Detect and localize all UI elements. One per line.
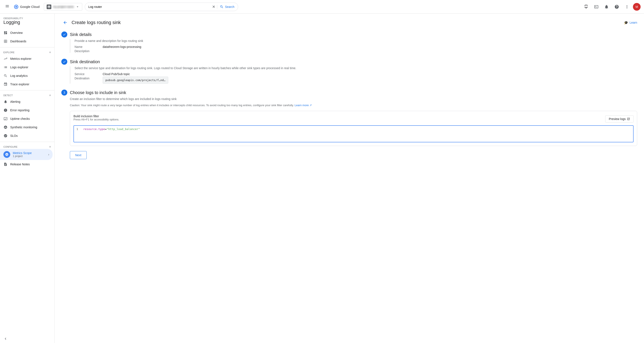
dashboards-icon bbox=[4, 39, 8, 43]
learn-button[interactable]: 🎓 Learn bbox=[624, 21, 637, 25]
sidebar-item-overview[interactable]: Overview bbox=[0, 28, 52, 37]
search-bar: ✕ Search bbox=[85, 2, 238, 11]
project-selector[interactable]: my-project-name bbox=[44, 3, 82, 11]
sidebar-item-slos[interactable]: SLOs bbox=[0, 131, 52, 140]
cloud-shell-icon[interactable] bbox=[592, 2, 600, 11]
sidebar-item-log-analytics[interactable]: Log analytics bbox=[0, 71, 52, 80]
back-button[interactable] bbox=[61, 19, 69, 26]
caution-message: Caution: Your sink might route a very la… bbox=[70, 104, 294, 107]
filter-header: Build inclusion filter Press Alt+F1 for … bbox=[74, 114, 634, 124]
step-1-header: Sink details bbox=[61, 31, 637, 37]
step-1-content: Provide a name and description for logs … bbox=[70, 39, 637, 53]
search-button[interactable]: Search bbox=[217, 5, 234, 9]
step-3-description: Create an inclusion filter to determine … bbox=[70, 97, 637, 101]
release-notes-label: Release Notes bbox=[10, 163, 30, 166]
page-title: Create logs routing sink bbox=[72, 20, 121, 25]
preview-logs-button[interactable]: Preview logs bbox=[605, 115, 634, 123]
sidebar-item-dashboards[interactable]: Dashboards bbox=[0, 37, 52, 45]
learn-more-label: Learn more bbox=[294, 104, 308, 107]
step-3-header: 3 Choose logs to include in sink bbox=[61, 90, 637, 95]
code-equals: = bbox=[105, 127, 107, 131]
configure-section: Configure ∧ bbox=[0, 144, 54, 149]
step-2-sink-destination: Sink destination Select the service type… bbox=[61, 59, 637, 84]
project-dropdown-icon bbox=[76, 5, 80, 9]
content-area: Create logs routing sink 🎓 Learn Sink de… bbox=[54, 14, 644, 343]
filter-hint: Press Alt+F1 for accessibility options. bbox=[74, 118, 119, 121]
sidebar-item-synthetic-monitoring[interactable]: Synthetic monitoring bbox=[0, 123, 52, 131]
project-avatar bbox=[47, 4, 51, 9]
sidebar-item-error-reporting[interactable]: Error reporting bbox=[0, 106, 52, 114]
log-analytics-label: Log analytics bbox=[10, 74, 28, 77]
learn-more-link[interactable]: Learn more ↗ bbox=[294, 104, 312, 107]
next-button-label: Next bbox=[75, 153, 81, 157]
step-1-title: Sink details bbox=[70, 32, 92, 37]
sidebar-item-alerting[interactable]: Alerting bbox=[0, 97, 52, 106]
learn-label: Learn bbox=[630, 21, 637, 24]
step-2-description: Select the service type and destination … bbox=[74, 66, 637, 70]
step-2-title: Sink destination bbox=[70, 59, 100, 64]
step-1-description: Provide a name and description for logs … bbox=[74, 39, 637, 42]
metrics-explorer-label: Metrics explorer bbox=[10, 57, 32, 60]
slos-icon bbox=[4, 134, 8, 138]
step-2-check bbox=[61, 59, 67, 65]
hamburger-menu-icon[interactable] bbox=[4, 2, 11, 11]
step-3-number: 3 bbox=[61, 90, 67, 95]
logs-explorer-icon bbox=[4, 65, 8, 69]
collapse-sidebar-button[interactable] bbox=[0, 335, 54, 343]
logs-explorer-label: Logs explorer bbox=[10, 65, 28, 69]
notifications-icon[interactable] bbox=[602, 2, 611, 11]
name-label: Name bbox=[74, 45, 96, 48]
log-analytics-icon bbox=[4, 74, 8, 78]
step-1-name-row: Name datatheorem-logs-processing bbox=[74, 45, 637, 48]
divider-3 bbox=[0, 142, 54, 142]
filter-box: Build inclusion filter Press Alt+F1 for … bbox=[70, 111, 637, 146]
main-layout: Observability Logging Overview Dashboard… bbox=[0, 14, 644, 343]
filter-title-group: Build inclusion filter Press Alt+F1 for … bbox=[74, 114, 119, 124]
sidebar-item-uptime-checks[interactable]: Uptime checks bbox=[0, 114, 52, 123]
google-cloud-logo: Google Cloud bbox=[14, 4, 40, 9]
slos-label: SLOs bbox=[10, 134, 18, 137]
step-2-destination-row: Destination pubsub.googleapis.com/projec… bbox=[74, 77, 637, 84]
search-clear-icon[interactable]: ✕ bbox=[212, 4, 215, 9]
step-2-header: Sink destination bbox=[61, 59, 637, 65]
help-icon[interactable] bbox=[612, 2, 621, 11]
trace-explorer-label: Trace explorer bbox=[10, 82, 30, 86]
metrics-scope-sub: 1 project bbox=[13, 155, 46, 158]
sidebar-item-logs-explorer[interactable]: Logs explorer bbox=[0, 63, 52, 71]
configure-label: Configure bbox=[4, 146, 18, 148]
line-number-1: 1 bbox=[76, 127, 80, 131]
next-button[interactable]: Next bbox=[70, 151, 87, 159]
sidebar-item-trace-explorer[interactable]: Trace explorer bbox=[0, 80, 52, 88]
metrics-scope-text: Metrics Scope 1 project bbox=[13, 151, 46, 158]
error-reporting-icon bbox=[4, 108, 8, 112]
page-header-left: Create logs routing sink bbox=[61, 19, 121, 26]
sidebar-item-release-notes[interactable]: Release Notes bbox=[0, 160, 52, 169]
search-input[interactable] bbox=[88, 5, 210, 8]
search-icon bbox=[220, 5, 224, 9]
step-3-content: Create an inclusion filter to determine … bbox=[70, 97, 637, 159]
code-key: resource.type bbox=[83, 127, 105, 131]
sidebar-item-metrics-explorer[interactable]: Metrics explorer bbox=[0, 54, 52, 63]
sidebar-item-metrics-scope[interactable]: Metrics Scope 1 project › bbox=[0, 149, 52, 160]
code-line-1: 1 resource.type="http_load_balancer" bbox=[76, 127, 630, 131]
explore-label: Explore bbox=[4, 51, 14, 54]
synthetic-monitoring-icon bbox=[4, 125, 8, 129]
pin-icon[interactable] bbox=[582, 2, 590, 11]
detect-chevron[interactable]: ∧ bbox=[49, 94, 51, 97]
uptime-checks-icon bbox=[4, 117, 8, 121]
service-title: Logging bbox=[4, 19, 51, 25]
configure-chevron[interactable]: ∧ bbox=[49, 145, 51, 148]
more-options-icon[interactable] bbox=[623, 2, 631, 11]
synthetic-monitoring-label: Synthetic monitoring bbox=[10, 126, 37, 129]
explore-chevron[interactable]: ∧ bbox=[49, 51, 51, 54]
step-1-check bbox=[61, 31, 67, 37]
user-avatar[interactable]: M bbox=[633, 3, 640, 11]
uptime-checks-label: Uptime checks bbox=[10, 117, 30, 120]
detect-section: Detect ∧ bbox=[0, 92, 54, 97]
metrics-explorer-icon bbox=[4, 57, 8, 61]
name-value: datatheorem-logs-processing bbox=[103, 45, 141, 48]
trace-explorer-icon bbox=[4, 82, 8, 86]
code-editor[interactable]: 1 resource.type="http_load_balancer" bbox=[74, 125, 634, 142]
overview-icon bbox=[4, 31, 8, 35]
destination-value: pubsub.googleapis.com/projects/f…nd… bbox=[103, 77, 168, 84]
